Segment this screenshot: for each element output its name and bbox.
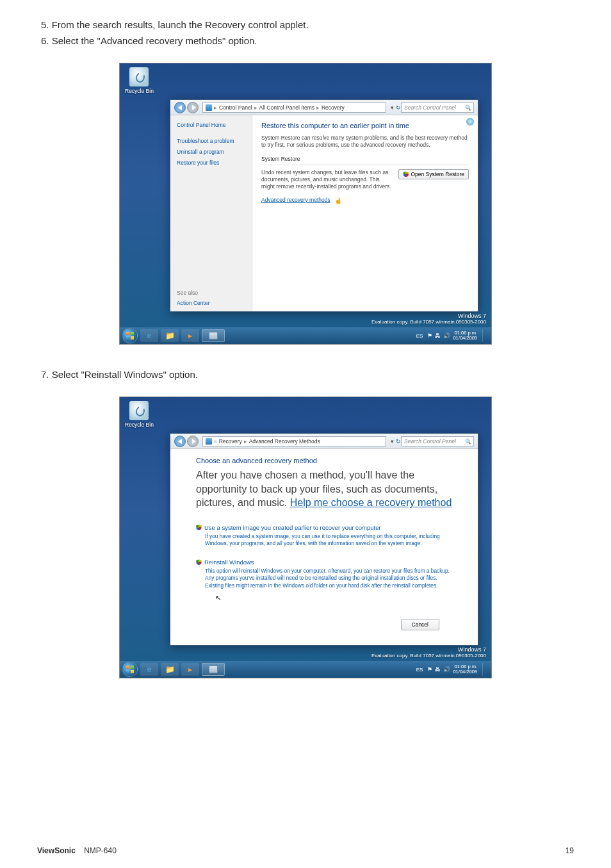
volume-tray-icon-2[interactable]: 🔊 bbox=[443, 666, 450, 673]
opt1-desc: If you have created a system image, you … bbox=[196, 533, 452, 547]
refresh-icon-2[interactable]: ↻ bbox=[396, 438, 401, 445]
recycle-bin-label: Recycle Bin bbox=[125, 88, 154, 94]
taskbar-app-button-2[interactable] bbox=[202, 663, 225, 676]
watermark: Windows 7 Evaluation copy. Build 7057.wi… bbox=[371, 313, 486, 325]
breadcrumb-seg-3[interactable]: Recovery bbox=[322, 104, 345, 111]
watermark-2: Windows 7 Evaluation copy. Build 7057.wi… bbox=[371, 646, 486, 659]
clock-2[interactable]: 01:06 p.m. 01/04/2009 bbox=[453, 664, 477, 675]
taskbar-ie-icon[interactable]: e bbox=[140, 329, 158, 342]
taskbar-explorer-icon-2[interactable]: 📁 bbox=[161, 663, 179, 676]
address-icon-2 bbox=[206, 438, 212, 445]
option-system-image[interactable]: Use a system image you created earlier t… bbox=[196, 524, 452, 547]
step-7-text: 7. Select "Reinstall Windows" option. bbox=[37, 368, 574, 381]
addr-dropdown[interactable]: ▾ bbox=[389, 104, 396, 111]
search-input[interactable]: Search Control Panel 🔍 bbox=[401, 102, 474, 113]
address-bar-2[interactable]: « Recovery ▸ Advanced Recovery Methods bbox=[202, 436, 386, 446]
cursor-icon: ☝ bbox=[334, 197, 342, 204]
taskbar-wmp-icon[interactable]: ▸ bbox=[181, 329, 199, 342]
option-reinstall-windows[interactable]: Reinstall Windows This option will reins… bbox=[196, 559, 452, 601]
flag-tray-icon[interactable]: ⚑ bbox=[427, 332, 432, 339]
forward-button[interactable] bbox=[187, 102, 199, 113]
flag-tray-icon-2[interactable]: ⚑ bbox=[427, 666, 432, 673]
advanced-recovery-window: « Recovery ▸ Advanced Recovery Methods ▾… bbox=[170, 433, 478, 646]
sidebar-troubleshoot[interactable]: Troubleshoot a problem bbox=[177, 138, 245, 144]
clock-date: 01/04/2009 bbox=[453, 336, 477, 341]
opt1-title: Use a system image you created earlier t… bbox=[204, 524, 381, 531]
language-indicator[interactable]: ES bbox=[414, 332, 425, 340]
adv-heading: Choose an advanced recovery method bbox=[196, 457, 452, 464]
search-placeholder-2: Search Control Panel bbox=[404, 438, 456, 445]
taskbar-wmp-icon-2[interactable]: ▸ bbox=[181, 663, 199, 676]
open-system-restore-button[interactable]: Open System Restore bbox=[398, 169, 469, 179]
shield-icon bbox=[403, 171, 409, 177]
watermark-title-2: Windows 7 bbox=[371, 646, 486, 653]
watermark-build-2: Evaluation copy. Build 7057.winmain.0903… bbox=[371, 653, 486, 659]
clock-date-2: 01/04/2009 bbox=[453, 669, 477, 675]
back-button[interactable] bbox=[174, 102, 186, 113]
breadcrumb2-seg-1[interactable]: Recovery bbox=[219, 438, 242, 445]
shield-icon-opt1 bbox=[196, 525, 202, 530]
sidebar-restore-files[interactable]: Restore your files bbox=[177, 160, 245, 166]
show-desktop-button-2[interactable] bbox=[482, 663, 487, 676]
back-button-2[interactable] bbox=[174, 436, 186, 447]
taskbar-2: e 📁 ▸ ES ⚑ 🖧 🔊 01:06 p.m. 01/04/2009 bbox=[120, 661, 491, 678]
sidebar-see-also: See also bbox=[177, 290, 210, 296]
footer-brand: ViewSonic bbox=[37, 846, 76, 855]
breadcrumb-seg-1[interactable]: Control Panel bbox=[219, 104, 252, 111]
content-pane-2: Choose an advanced recovery method After… bbox=[170, 449, 478, 620]
shield-icon-opt2 bbox=[196, 559, 202, 565]
clock[interactable]: 01:06 p.m. 01/04/2009 bbox=[453, 331, 477, 341]
breadcrumb2-seg-2[interactable]: Advanced Recovery Methods bbox=[249, 438, 320, 445]
sidebar-action-center[interactable]: Action Center bbox=[177, 300, 210, 306]
show-desktop-button[interactable] bbox=[482, 329, 487, 342]
search-icon-2[interactable]: 🔍 bbox=[464, 438, 471, 445]
sidebar-uninstall[interactable]: Uninstall a program bbox=[177, 149, 245, 155]
volume-tray-icon[interactable]: 🔊 bbox=[443, 332, 450, 339]
forward-button-2[interactable] bbox=[187, 436, 199, 447]
content-intro: System Restore can resolve many system p… bbox=[261, 135, 469, 149]
address-icon bbox=[206, 104, 212, 111]
screenshot-1-desktop: Recycle Bin ▸ Control Panel ▸ All Contro… bbox=[119, 63, 492, 345]
address-bar[interactable]: ▸ Control Panel ▸ All Control Panel Item… bbox=[202, 102, 386, 113]
breadcrumb-seg-2[interactable]: All Control Panel Items bbox=[259, 104, 314, 111]
footer-model: NMP-640 bbox=[84, 846, 117, 855]
nav-bar-2: « Recovery ▸ Advanced Recovery Methods ▾… bbox=[170, 434, 478, 449]
search-icon[interactable]: 🔍 bbox=[464, 104, 471, 111]
network-tray-icon-2[interactable]: 🖧 bbox=[435, 666, 441, 673]
watermark-title: Windows 7 bbox=[371, 313, 486, 319]
system-restore-label: System Restore bbox=[261, 156, 469, 162]
search-input-2[interactable]: Search Control Panel 🔍 bbox=[401, 436, 474, 446]
recycle-bin-icon-2 bbox=[129, 401, 149, 420]
sidebar: Control Panel Home Troubleshoot a proble… bbox=[170, 115, 252, 311]
start-button-2[interactable] bbox=[122, 662, 138, 677]
open-system-restore-label: Open System Restore bbox=[411, 171, 464, 177]
start-button[interactable] bbox=[122, 328, 138, 343]
nav-bar: ▸ Control Panel ▸ All Control Panel Item… bbox=[170, 100, 478, 115]
language-indicator-2[interactable]: ES bbox=[414, 666, 425, 673]
adv-subtext: After you have chosen a method, you'll h… bbox=[196, 468, 452, 510]
content-heading: Restore this computer to an earlier poin… bbox=[261, 122, 469, 129]
taskbar: e 📁 ▸ ES ⚑ 🖧 🔊 01:06 p.m. 01/04/2009 bbox=[120, 327, 491, 344]
taskbar-explorer-icon[interactable]: 📁 bbox=[161, 329, 179, 342]
watermark-build: Evaluation copy. Build 7057.winmain.0903… bbox=[371, 319, 486, 325]
system-restore-desc: Undo recent system changes, but leave fi… bbox=[261, 169, 392, 190]
page-footer: ViewSonic NMP-640 19 bbox=[37, 846, 574, 855]
sidebar-home[interactable]: Control Panel Home bbox=[177, 122, 245, 128]
refresh-icon[interactable]: ↻ bbox=[396, 104, 401, 111]
cancel-button[interactable]: Cancel bbox=[401, 619, 439, 630]
content-pane: ? Restore this computer to an earlier po… bbox=[252, 115, 478, 311]
cursor-icon-2: ↖ bbox=[215, 593, 222, 602]
page-number: 19 bbox=[566, 846, 574, 855]
recycle-bin[interactable]: Recycle Bin bbox=[125, 67, 154, 94]
recycle-bin-2[interactable]: Recycle Bin bbox=[125, 401, 154, 428]
opt2-desc: This option will reinstall Windows on yo… bbox=[196, 568, 452, 589]
network-tray-icon[interactable]: 🖧 bbox=[435, 332, 441, 339]
help-icon[interactable]: ? bbox=[466, 118, 474, 126]
taskbar-app-button[interactable] bbox=[202, 329, 225, 342]
advanced-recovery-link[interactable]: Advanced recovery methods bbox=[261, 197, 330, 203]
recycle-bin-label-2: Recycle Bin bbox=[125, 422, 154, 428]
taskbar-ie-icon-2[interactable]: e bbox=[140, 663, 158, 676]
help-choose-link[interactable]: Help me choose a recovery method bbox=[290, 497, 452, 508]
addr-dropdown-2[interactable]: ▾ bbox=[389, 438, 396, 445]
step-6-text: 6. Select the "Advanced recovery methods… bbox=[41, 34, 574, 47]
